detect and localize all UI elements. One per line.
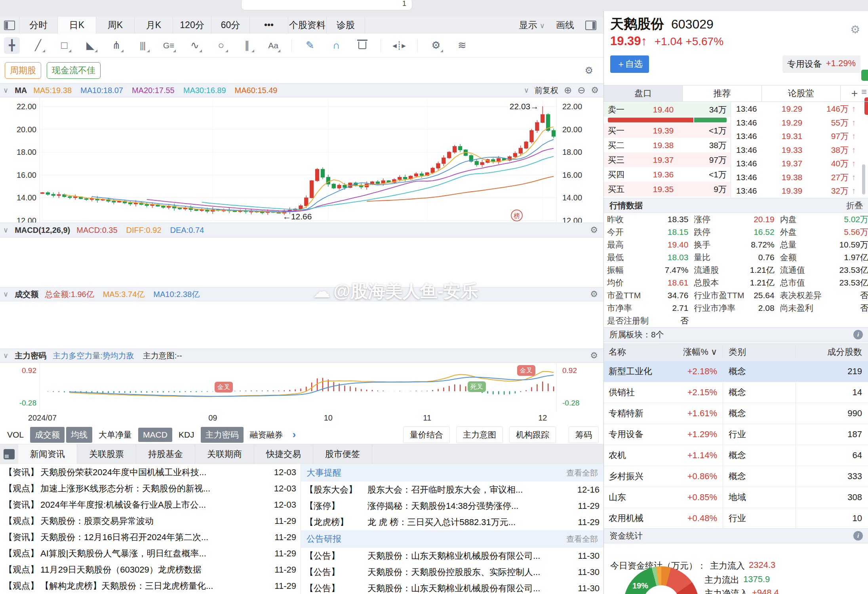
sector-pill[interactable]: 专用设备 +1.29%	[782, 55, 860, 73]
chevron-down-icon[interactable]: ∨	[3, 290, 8, 299]
sector-col-header-1[interactable]: 名称	[604, 346, 669, 358]
news-item[interactable]: 【观点】AI算股|天鹅股份人气暴涨，明日红盘概率...11-29	[0, 545, 300, 562]
period-tab-1[interactable]: 分时	[19, 17, 58, 34]
pitchfork-tool-icon[interactable]: ⋔	[108, 37, 124, 54]
sector-row[interactable]: 乡村振兴+0.86%概念333	[604, 466, 868, 487]
ellipse-tool-icon[interactable]: ○	[213, 37, 229, 54]
news-item[interactable]: 【观点】11月29日天鹅股份（603029）龙虎榜数据11-29	[0, 562, 300, 578]
view-all-link[interactable]: 查看全部	[566, 534, 598, 544]
pencil-tool-icon[interactable]: ✎	[302, 37, 318, 54]
order-book-row[interactable]: 卖一19.4034万	[604, 102, 731, 117]
right-panel-toggle-icon[interactable]	[585, 21, 596, 30]
chevron-down-icon[interactable]: ∨	[3, 86, 8, 95]
news-tab-新闻资讯[interactable]: 新闻资讯	[18, 444, 77, 464]
panel-tab-盘口[interactable]: 盘口	[604, 86, 683, 101]
chevron-down-icon[interactable]: ∨	[524, 86, 529, 95]
add-watchlist-button[interactable]: ＋自选	[610, 55, 649, 73]
news-item[interactable]: 【资讯】天鹅股份：12月16日将召开2024年第二次...11-29	[0, 529, 300, 545]
info-icon[interactable]: i	[853, 330, 863, 339]
rect-tool-icon[interactable]: □	[56, 37, 72, 54]
indicator-tab-融资融券[interactable]: 融资融券	[245, 427, 288, 443]
gear-icon[interactable]: ⚙	[590, 350, 598, 361]
adjust-mode-label[interactable]: 前复权	[535, 85, 558, 96]
order-book-row[interactable]: 买五19.359万	[604, 182, 731, 196]
indicator-tab-VOL[interactable]: VOL	[2, 428, 29, 442]
edge-green-badge[interactable]	[861, 70, 868, 81]
chevron-right-icon[interactable]: ›	[289, 428, 299, 441]
gann-tool-icon[interactable]: G≡	[161, 37, 177, 54]
order-book-row[interactable]: 买三19.3797万	[604, 152, 731, 167]
gear-icon[interactable]: ⚙	[591, 85, 599, 95]
indicator-tab-均线[interactable]: 均线	[66, 427, 92, 443]
layers-tool-icon[interactable]: ≋	[454, 37, 470, 54]
wave-tool-icon[interactable]: ∿	[187, 37, 203, 54]
vertical-lines-tool-icon[interactable]: |||	[135, 37, 150, 54]
sector-row[interactable]: 农机+1.14%概念64	[604, 445, 868, 466]
news-tab-快捷交易[interactable]: 快捷交易	[254, 444, 313, 464]
text-tool-icon[interactable]: Aa	[265, 37, 281, 54]
period-tab-5[interactable]: 120分	[173, 17, 211, 34]
gear-icon[interactable]: ⚙	[584, 65, 593, 76]
left-panel-toggle-icon[interactable]	[0, 17, 19, 34]
sector-row[interactable]: 供销社+2.15%概念14	[604, 382, 868, 403]
move-tool-icon[interactable]: ╋	[4, 37, 20, 54]
news-panel-icon[interactable]	[0, 444, 18, 464]
news-item[interactable]: 【观点】【解构龙虎榜】天鹅股份：三日龙虎榜量化...11-29	[0, 578, 300, 594]
order-book-row[interactable]: 买一19.39<1万	[604, 123, 731, 138]
indicator-tab-成交额[interactable]: 成交额	[30, 427, 65, 443]
panel-tab-论股堂[interactable]: 论股堂	[762, 86, 841, 101]
news-tab-关联期商[interactable]: 关联期商	[195, 444, 254, 464]
sector-col-header-2[interactable]: 涨幅% ∨	[669, 346, 723, 358]
floating-tab[interactable]: 1	[241, 0, 412, 10]
tool-tab-筹码[interactable]: 筹码	[569, 426, 599, 443]
collapse-button[interactable]: 折叠	[846, 200, 863, 211]
news-item[interactable]: 【股东大会】股东大会：召开临时股东大会，审议相...12-16	[301, 482, 603, 498]
news-item[interactable]: 【龙虎榜】龙 虎 榜：三日买入总计5882.31万元...11-29	[301, 514, 603, 530]
news-tab-关联股票[interactable]: 关联股票	[77, 444, 136, 464]
news-item[interactable]: 【公告】天鹅股份：山东天鹅棉业机械股份有限公司...11-30	[301, 580, 603, 594]
news-item[interactable]: 【观点】加速上涨形K线形态分析：天鹅股份的新视...12-03	[0, 480, 300, 497]
split-tool-icon[interactable]: ◂┊▸	[391, 37, 407, 54]
zoom-out-icon[interactable]: ⊖	[577, 85, 585, 96]
stock-tag-1[interactable]: 周期股	[5, 62, 41, 79]
indicator-tab-大单净量[interactable]: 大单净量	[94, 427, 137, 443]
macd-chart-panel[interactable]: 0.92-0.280.92-0.28 金叉死叉金叉	[0, 363, 603, 412]
order-book-row[interactable]: 买四19.36<1万	[604, 167, 731, 182]
panel-tab-推荐[interactable]: 推荐	[683, 86, 761, 101]
trash-tool-icon[interactable]	[354, 37, 370, 54]
news-item[interactable]: 【资讯】天鹅股份荣获2024年度中国机械工业科技...12-03	[0, 464, 300, 480]
sector-row[interactable]: 专精特新+1.61%概念990	[604, 403, 868, 424]
period-tab-3[interactable]: 周K	[96, 17, 135, 34]
display-menu[interactable]: 显示 ∨	[519, 19, 545, 31]
news-item[interactable]: 【涨停】涨停揭秘：天鹅股份14:38分强势涨停...11-29	[301, 498, 603, 514]
kline-chart[interactable]: 22.0022.0020.0020.0018.0018.0016.0016.00…	[0, 97, 603, 223]
info-icon[interactable]: i	[853, 531, 863, 541]
chevron-down-icon[interactable]: ∨	[3, 226, 8, 234]
sector-col-header-3[interactable]: 类别	[723, 346, 796, 358]
kline-chart-panel[interactable]: 22.0022.0020.0020.0018.0018.0016.0016.00…	[0, 97, 603, 223]
macd-chart[interactable]: 0.92-0.280.92-0.28	[0, 363, 603, 412]
order-book-row[interactable]: 买二19.3838万	[604, 138, 731, 152]
draw-line-button[interactable]: 画线	[556, 19, 574, 31]
sector-row[interactable]: 农用机械+0.48%行业10	[604, 508, 868, 529]
indicator-tab-主力密码[interactable]: 主力密码	[201, 427, 244, 443]
news-item[interactable]: 【资讯】2024年半年度报:机械设备行业A股上市公...12-03	[0, 497, 300, 513]
period-tab-9[interactable]: 诊股	[327, 17, 365, 34]
trendline-tool-icon[interactable]: ╱	[30, 37, 46, 54]
chevron-down-icon[interactable]: ∨	[3, 351, 8, 360]
gear-icon[interactable]: ⚙	[590, 289, 598, 299]
news-tab-持股基金[interactable]: 持股基金	[136, 444, 195, 464]
sector-row[interactable]: 山东+0.85%地域308	[604, 487, 868, 508]
sector-col-header-4[interactable]: 成分股数	[796, 346, 868, 358]
news-item[interactable]: 【公告】天鹅股份：山东天鹅棉业机械股份有限公司...11-30	[301, 548, 603, 564]
news-item[interactable]: 【观点】天鹅股份：股票交易异常波动11-29	[0, 513, 300, 529]
add-tab-button[interactable]: +	[841, 86, 868, 101]
magnet-tool-icon[interactable]: ∩	[328, 37, 344, 54]
stock-tag-2[interactable]: 现金流不佳	[47, 62, 101, 79]
settings-tool-icon[interactable]: ⚙	[428, 37, 444, 54]
gear-icon[interactable]: ⚙	[850, 23, 860, 36]
gear-icon[interactable]: ⚙	[590, 225, 598, 235]
view-all-link[interactable]: 查看全部	[566, 468, 598, 478]
scrollbar[interactable]	[862, 164, 865, 194]
sector-row[interactable]: 新型工业化+2.18%概念219	[604, 361, 868, 382]
